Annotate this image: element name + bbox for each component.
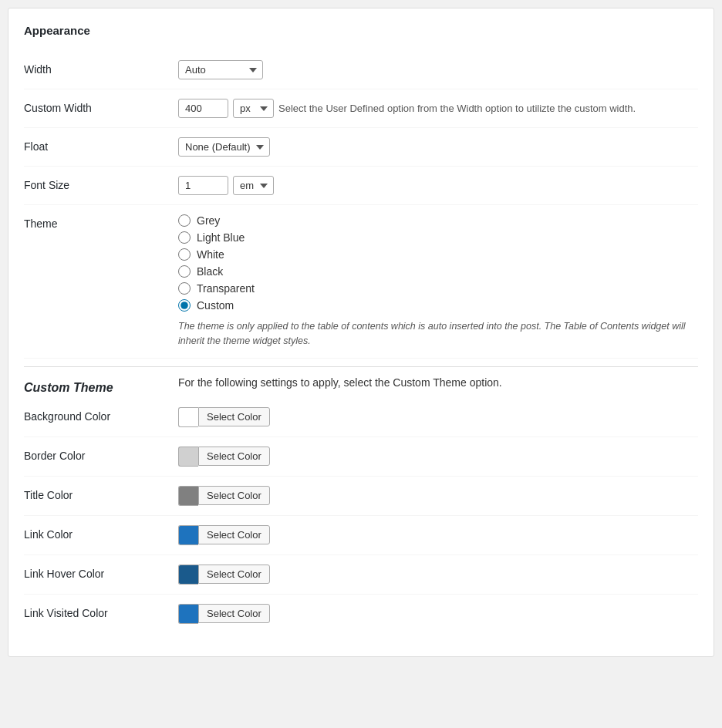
title-color-button[interactable]: Select Color (198, 486, 270, 505)
theme-label-grey: Grey (197, 214, 220, 227)
theme-radio-transparent[interactable] (178, 282, 191, 295)
width-row: Width Auto User Defined (24, 51, 698, 89)
section-title: Appearance (24, 24, 698, 37)
border-color-label: Border Color (24, 447, 178, 462)
float-control: None (Default) Left Right (178, 137, 698, 157)
link-visited-color-swatch[interactable] (178, 604, 198, 624)
theme-option-white[interactable]: White (178, 248, 698, 261)
theme-label-transparent: Transparent (197, 282, 255, 295)
title-color-control: Select Color (178, 486, 698, 506)
link-hover-color-swatch[interactable] (178, 565, 198, 585)
theme-option-custom[interactable]: Custom (178, 299, 698, 312)
font-size-label: Font Size (24, 176, 178, 191)
link-hover-color-row: Link Hover Color Select Color (24, 555, 698, 595)
font-size-control: em px pt (178, 176, 698, 195)
theme-option-transparent[interactable]: Transparent (178, 282, 698, 295)
custom-theme-label: Custom Theme (24, 376, 178, 395)
border-color-control: Select Color (178, 447, 698, 467)
float-select[interactable]: None (Default) Left Right (178, 137, 270, 157)
theme-radio-light-blue[interactable] (178, 231, 191, 244)
appearance-panel: Appearance Width Auto User Defined Custo… (8, 8, 714, 657)
link-hover-color-label: Link Hover Color (24, 565, 178, 580)
width-label: Width (24, 60, 178, 76)
width-control: Auto User Defined (178, 60, 698, 79)
custom-width-unit-select[interactable]: px em % (233, 99, 274, 118)
float-row: Float None (Default) Left Right (24, 128, 698, 167)
link-color-label: Link Color (24, 525, 178, 541)
theme-option-black[interactable]: Black (178, 265, 698, 278)
link-hover-color-picker: Select Color (178, 565, 698, 585)
title-color-label: Title Color (24, 486, 178, 501)
float-label: Float (24, 137, 178, 153)
theme-radio-custom[interactable] (178, 299, 191, 312)
link-color-button[interactable]: Select Color (198, 525, 270, 544)
theme-note: The theme is only applied to the table o… (178, 319, 687, 349)
background-color-label: Background Color (24, 407, 178, 423)
background-color-swatch[interactable] (178, 407, 198, 427)
background-color-control: Select Color (178, 407, 698, 427)
title-color-row: Title Color Select Color (24, 477, 698, 516)
theme-radio-black[interactable] (178, 265, 191, 278)
custom-width-note: Select the User Defined option from the … (278, 103, 636, 114)
custom-width-group: px em % Select the User Defined option f… (178, 99, 698, 118)
link-color-swatch[interactable] (178, 525, 198, 545)
background-color-row: Background Color Select Color (24, 398, 698, 437)
link-visited-color-row: Link Visited Color Select Color (24, 595, 698, 633)
custom-theme-note: For the following settings to apply, sel… (178, 373, 502, 389)
background-color-picker: Select Color (178, 407, 698, 427)
title-color-picker: Select Color (178, 486, 698, 506)
theme-option-light-blue[interactable]: Light Blue (178, 231, 698, 244)
link-hover-color-control: Select Color (178, 565, 698, 585)
link-visited-color-button[interactable]: Select Color (198, 604, 270, 623)
link-visited-color-label: Link Visited Color (24, 604, 178, 619)
link-hover-color-button[interactable]: Select Color (198, 565, 270, 584)
font-size-input[interactable] (178, 176, 228, 195)
theme-label-custom: Custom (197, 299, 234, 312)
theme-radio-grey[interactable] (178, 214, 191, 227)
background-color-button[interactable]: Select Color (198, 407, 270, 426)
custom-width-input[interactable] (178, 99, 228, 118)
link-visited-color-picker: Select Color (178, 604, 698, 624)
custom-width-label: Custom Width (24, 99, 178, 114)
border-color-button[interactable]: Select Color (198, 447, 270, 466)
font-size-row: Font Size em px pt (24, 167, 698, 205)
link-visited-color-control: Select Color (178, 604, 698, 624)
link-color-row: Link Color Select Color (24, 516, 698, 555)
custom-width-control: px em % Select the User Defined option f… (178, 99, 698, 118)
border-color-row: Border Color Select Color (24, 437, 698, 477)
theme-option-grey[interactable]: Grey (178, 214, 698, 227)
link-color-picker: Select Color (178, 525, 698, 545)
theme-row: Theme Grey Light Blue White Black (24, 205, 698, 359)
title-color-swatch[interactable] (178, 486, 198, 506)
width-select[interactable]: Auto User Defined (178, 60, 263, 79)
theme-control: Grey Light Blue White Black Transparent (178, 214, 698, 349)
link-color-control: Select Color (178, 525, 698, 545)
theme-label: Theme (24, 214, 178, 230)
font-size-group: em px pt (178, 176, 698, 195)
custom-theme-note-control: For the following settings to apply, sel… (178, 376, 698, 389)
border-color-picker: Select Color (178, 447, 698, 467)
theme-label-black: Black (197, 265, 223, 278)
theme-radio-white[interactable] (178, 248, 191, 261)
theme-label-white: White (197, 248, 224, 261)
custom-width-row: Custom Width px em % Select the User Def… (24, 89, 698, 128)
custom-theme-row: Custom Theme For the following settings … (24, 367, 698, 398)
theme-label-light-blue: Light Blue (197, 231, 245, 244)
theme-radio-group: Grey Light Blue White Black Transparent (178, 214, 698, 312)
border-color-swatch[interactable] (178, 447, 198, 467)
font-size-unit-select[interactable]: em px pt (233, 176, 274, 195)
